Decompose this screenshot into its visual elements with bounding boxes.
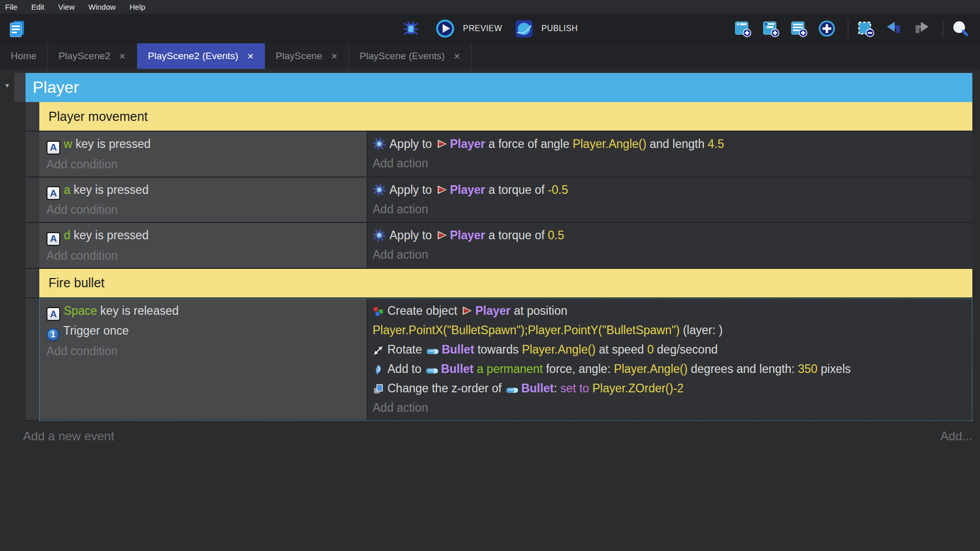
text-segment: Bullet: [441, 362, 474, 375]
conditions-cell[interactable]: Aa key is pressedAdd condition: [39, 178, 368, 222]
menu-edit[interactable]: Edit: [31, 3, 44, 11]
event-line[interactable]: Aa key is pressed: [46, 180, 362, 201]
event-line[interactable]: Player.PointX("BulletSpawn");Player.Poin…: [373, 320, 968, 340]
event-line[interactable]: Create object Player at position: [373, 301, 968, 320]
add-subevent-button[interactable]: [761, 19, 784, 38]
text-segment: Bullet: [521, 382, 554, 395]
event-rail[interactable]: [26, 223, 39, 269]
event-line[interactable]: ASpace key is released: [46, 301, 362, 321]
text-segment: Player.PointX("BulletSpawn");Player.Poin…: [373, 323, 680, 337]
text-segment: 0.5: [548, 229, 564, 242]
event-rail[interactable]: [26, 269, 39, 298]
create-object-icon: [373, 306, 384, 317]
menu-view[interactable]: View: [58, 3, 75, 11]
group-label: Fire bullet: [48, 276, 105, 290]
event-line[interactable]: Ad key is pressed: [46, 226, 362, 246]
add-action-link[interactable]: Add action: [373, 154, 968, 173]
event-line[interactable]: Apply to Player a torque of 0.5: [373, 226, 968, 245]
chevron-down-icon[interactable]: ▾: [0, 73, 14, 102]
actions-cell[interactable]: Apply to Player a torque of 0.5Add actio…: [368, 223, 972, 268]
event-row: Ad key is pressedAdd condition Apply to …: [26, 223, 972, 269]
bullet-object-icon: [426, 348, 439, 355]
debug-button[interactable]: [401, 19, 424, 38]
menu-file[interactable]: File: [5, 3, 17, 11]
keyboard-key-icon: A: [46, 141, 60, 155]
add-new-event-link[interactable]: Add a new event: [23, 429, 114, 443]
event-rail[interactable]: [26, 132, 39, 178]
actions-cell[interactable]: Create object Player at positionPlayer.P…: [368, 298, 972, 420]
event-line[interactable]: Apply to Player a force of angle Player.…: [373, 134, 968, 154]
tab[interactable]: PlayScene2 ✕: [48, 43, 137, 69]
scene-group-header[interactable]: Player: [26, 73, 972, 102]
event-body: ASpace key is released1Trigger onceAdd c…: [39, 298, 972, 421]
keyboard-key-icon: A: [46, 307, 60, 321]
search-button[interactable]: [951, 19, 974, 38]
add-action-link[interactable]: Add action: [373, 398, 968, 417]
event-line[interactable]: Change the z-order of Bullet: set to Pla…: [373, 379, 968, 398]
add-comment-button[interactable]: [789, 19, 812, 38]
preview-button[interactable]: PREVIEW: [434, 18, 503, 39]
tab-close-icon[interactable]: ✕: [119, 52, 126, 61]
add-condition-link[interactable]: Add condition: [46, 341, 362, 361]
tab-close-icon[interactable]: ✕: [247, 52, 254, 61]
conditions-cell[interactable]: Ad key is pressedAdd condition: [39, 223, 368, 268]
text-segment: Create object: [387, 304, 460, 317]
undo-icon: [885, 20, 902, 37]
tab[interactable]: PlayScene2 (Events) ✕: [137, 43, 265, 69]
text-segment: key is pressed: [70, 229, 149, 242]
event-rail[interactable]: [26, 298, 39, 421]
conditions-cell[interactable]: ASpace key is released1Trigger onceAdd c…: [39, 298, 368, 420]
event-line[interactable]: Apply to Player a torque of -0.5: [373, 180, 968, 199]
group-header[interactable]: Player movement: [39, 102, 972, 132]
actions-cell[interactable]: Apply to Player a torque of -0.5Add acti…: [368, 178, 972, 222]
group-header[interactable]: Fire bullet: [39, 269, 972, 298]
bullet-object-icon: [506, 387, 519, 394]
publish-button[interactable]: PUBLISH: [513, 18, 579, 39]
event-rail[interactable]: [26, 178, 39, 223]
actions-cell[interactable]: Apply to Player a force of angle Player.…: [368, 132, 972, 177]
tab[interactable]: Home: [0, 43, 48, 69]
event-line[interactable]: 1Trigger once: [46, 321, 362, 341]
add-event-button[interactable]: [733, 19, 756, 38]
add-condition-link[interactable]: Add condition: [46, 246, 362, 265]
undo-button[interactable]: [884, 19, 907, 38]
search-icon: [952, 20, 969, 37]
menu-window[interactable]: Window: [88, 3, 115, 11]
add-condition-link[interactable]: Add condition: [46, 155, 362, 174]
keyboard-key-icon: A: [46, 186, 60, 200]
tab[interactable]: PlayScene (Events) ✕: [349, 43, 472, 69]
project-manager-button[interactable]: [7, 18, 31, 39]
add-action-link[interactable]: Add action: [373, 199, 968, 219]
bullet-object-icon: [426, 367, 438, 374]
add-more-link[interactable]: Add...: [940, 429, 972, 443]
delete-selection-icon: [857, 20, 874, 37]
text-segment: a torque of: [485, 183, 548, 196]
delete-selection-button[interactable]: [856, 19, 879, 38]
text-segment: a: [64, 183, 70, 196]
physics-force-icon: [373, 137, 386, 151]
text-segment: towards: [474, 343, 522, 356]
event-line[interactable]: Rotate Bullet towards Player.Angle() at …: [373, 340, 968, 359]
events-list: Player movement Aw key is pressedAdd con…: [26, 102, 972, 421]
publish-globe-icon: [514, 19, 533, 38]
text-segment: 0: [647, 343, 654, 356]
event-line[interactable]: Add to Bullet a permanent force, angle: …: [373, 359, 968, 379]
event-line[interactable]: Aw key is pressed: [46, 134, 362, 155]
tab-close-icon[interactable]: ✕: [331, 52, 337, 61]
preview-play-icon: [435, 19, 455, 38]
redo-icon: [913, 20, 930, 37]
add-action-link[interactable]: Add action: [373, 245, 968, 264]
tab-label: PlayScene2 (Events): [148, 51, 238, 62]
menu-help[interactable]: Help: [130, 3, 145, 11]
text-segment: degrees and length:: [688, 362, 798, 375]
redo-button[interactable]: [912, 19, 935, 38]
add-condition-link[interactable]: Add condition: [46, 200, 362, 219]
add-circle-button[interactable]: [817, 19, 840, 38]
text-segment: force, angle:: [543, 362, 614, 375]
text-segment: Apply to: [389, 183, 435, 196]
event-rail[interactable]: [26, 102, 39, 132]
tab[interactable]: PlayScene ✕: [265, 43, 349, 69]
conditions-cell[interactable]: Aw key is pressedAdd condition: [39, 132, 368, 177]
text-segment: key is pressed: [70, 183, 149, 196]
tab-close-icon[interactable]: ✕: [453, 52, 460, 61]
